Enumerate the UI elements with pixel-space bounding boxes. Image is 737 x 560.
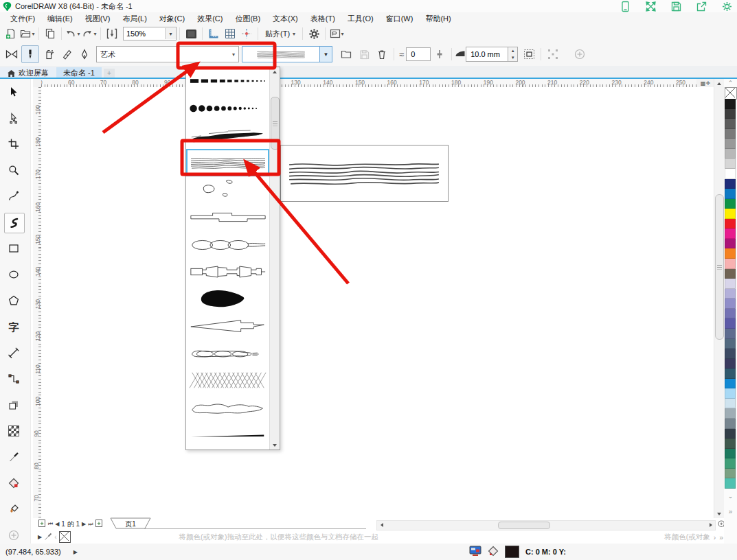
snap-dropdown[interactable]: 贴齐(T)▾ [261, 27, 299, 40]
stroke-option-charcoal[interactable] [186, 122, 269, 150]
no-color-swatch[interactable] [725, 87, 737, 100]
zoom-level-combo[interactable]: ▾ [123, 27, 177, 40]
color-swatch-1289d3[interactable] [725, 379, 736, 389]
color-swatch-536a80[interactable] [725, 339, 736, 349]
pick-tool[interactable] [4, 82, 23, 102]
browse-folder-icon[interactable] [338, 46, 354, 62]
rectangle-tool[interactable] [4, 239, 23, 258]
color-swatch-4fc1b0[interactable] [725, 478, 736, 489]
import-icon[interactable] [104, 26, 120, 41]
save-icon[interactable] [670, 1, 682, 12]
add-tools-button[interactable] [4, 526, 23, 545]
scroll-down-icon[interactable] [714, 509, 723, 518]
docpalette-eyedropper-icon[interactable] [44, 533, 52, 542]
stroke-option-dots[interactable] [186, 95, 269, 122]
dropdown-scrollbar[interactable] [269, 67, 279, 450]
stroke-option-oval-chain[interactable] [186, 340, 269, 368]
sprayer-mode-icon[interactable] [41, 46, 57, 62]
menu-item-8[interactable]: 表格(T) [304, 14, 341, 24]
connector-tool[interactable] [4, 369, 23, 388]
menu-item-9[interactable]: 工具(O) [341, 14, 380, 24]
crop-tool[interactable] [4, 135, 23, 154]
color-swatch-77858f[interactable] [725, 419, 736, 429]
color-swatch-3d3d3d[interactable] [725, 109, 736, 119]
palette-scroll-up-icon[interactable]: ⌃ [724, 79, 737, 87]
docpalette-scroll-left-icon[interactable]: ‹ [54, 533, 56, 541]
zoom-level-input[interactable] [124, 28, 165, 39]
color-swatch-ab1477[interactable] [725, 239, 736, 249]
stroke-category-combo[interactable]: 艺术 ▾ [96, 46, 239, 62]
stroke-option-crosshatch[interactable] [186, 368, 269, 395]
stroke-preview-combo[interactable] [242, 46, 320, 62]
transparency-tool[interactable] [4, 421, 23, 441]
tablet-icon[interactable] [620, 1, 631, 12]
stroke-option-pebbles[interactable] [186, 176, 269, 204]
dimension-tool[interactable] [4, 343, 23, 362]
text-tool[interactable]: 字 [4, 317, 23, 336]
color-swatch-f8b1b1[interactable] [725, 259, 736, 269]
menu-item-3[interactable]: 布局(L) [116, 14, 152, 24]
stroke-option-taper-line[interactable] [186, 422, 269, 450]
new-tab-button[interactable]: + [104, 69, 115, 78]
color-swatch-6f6354[interactable] [725, 269, 736, 279]
brush-mode-icon[interactable] [21, 45, 39, 63]
color-swatch-7472b4[interactable] [725, 309, 736, 319]
color-swatch-d6d6d6[interactable] [725, 159, 736, 169]
delete-stroke-icon[interactable] [374, 46, 390, 62]
zoom-tool[interactable] [4, 161, 23, 180]
color-swatch-fdee00[interactable] [725, 209, 736, 219]
stroke-option-dashes[interactable] [186, 67, 269, 95]
dropdown-scroll-thumb[interactable] [271, 97, 280, 150]
eyedropper-tool[interactable] [4, 447, 23, 467]
preset-mode-icon[interactable] [3, 46, 20, 62]
next-page-icon[interactable]: ▶ [82, 521, 86, 527]
color-swatch-e81c8e[interactable] [725, 229, 736, 239]
color-swatch-ed1c24[interactable] [725, 219, 736, 229]
menu-item-5[interactable]: 效果(C) [191, 14, 229, 24]
redo-icon[interactable]: ▾ [82, 26, 97, 41]
color-swatch-3f9e77[interactable] [725, 458, 736, 469]
color-swatch-1d7a5f[interactable] [725, 449, 736, 459]
undo-icon[interactable]: ▾ [65, 26, 80, 41]
scroll-left-icon[interactable] [377, 520, 386, 529]
calligraphic-mode-icon[interactable] [58, 46, 75, 62]
welcome-screen-dropdown[interactable]: ▾ [329, 26, 344, 41]
color-swatch-1a1a1a[interactable] [725, 99, 736, 109]
color-swatch-5c5c5c[interactable] [725, 119, 736, 129]
color-swatch-3c4a63[interactable] [725, 349, 736, 359]
stroke-option-spike[interactable] [186, 313, 269, 340]
grid-icon[interactable] [223, 26, 238, 41]
palette-expand-icon[interactable]: » [724, 506, 737, 516]
palette-scroll-down-icon[interactable]: ⌄ [724, 491, 737, 501]
menu-item-6[interactable]: 位图(B) [229, 14, 267, 24]
color-swatch-7ba183[interactable] [725, 469, 736, 479]
drop-shadow-tool[interactable] [4, 395, 23, 415]
prev-page-icon[interactable]: ◀ [55, 521, 59, 527]
open-document-icon[interactable]: ▾ [20, 26, 35, 41]
stroke-width-input[interactable] [469, 49, 508, 59]
ellipse-tool[interactable] [4, 265, 23, 284]
color-swatch-cfe3ef[interactable] [725, 399, 736, 409]
color-swatch-b3b0da[interactable] [725, 289, 736, 299]
scroll-up-icon[interactable] [714, 79, 723, 88]
options-gear-icon[interactable] [306, 26, 321, 41]
menu-item-10[interactable]: 窗口(W) [380, 14, 420, 24]
shape-tool[interactable] [4, 108, 23, 128]
freehand-tool[interactable] [4, 187, 23, 206]
color-swatch-0f7ac4[interactable] [725, 189, 736, 199]
stroke-option-wavy-lines[interactable] [186, 149, 269, 176]
expression-mode-icon[interactable] [76, 46, 93, 62]
stroke-option-chain-loops[interactable] [186, 231, 269, 259]
scroll-right-icon[interactable] [706, 520, 715, 529]
scale-with-object-icon[interactable] [521, 46, 537, 62]
color-swatch-7a7a7a[interactable] [725, 129, 736, 139]
color-swatch-908ec9[interactable] [725, 299, 736, 309]
artistic-media-tool[interactable] [4, 213, 25, 233]
color-swatch-b8b8b8[interactable] [725, 149, 736, 159]
horizontal-scroll-thumb[interactable] [498, 522, 550, 529]
smoothing-slider-icon[interactable] [431, 46, 448, 62]
color-swatch-3a3a5e[interactable] [725, 359, 736, 369]
stroke-option-stepped-line[interactable] [186, 204, 269, 231]
wrap-options-icon[interactable] [545, 46, 561, 62]
stroke-dropdown-arrow[interactable]: ▼ [320, 46, 332, 62]
